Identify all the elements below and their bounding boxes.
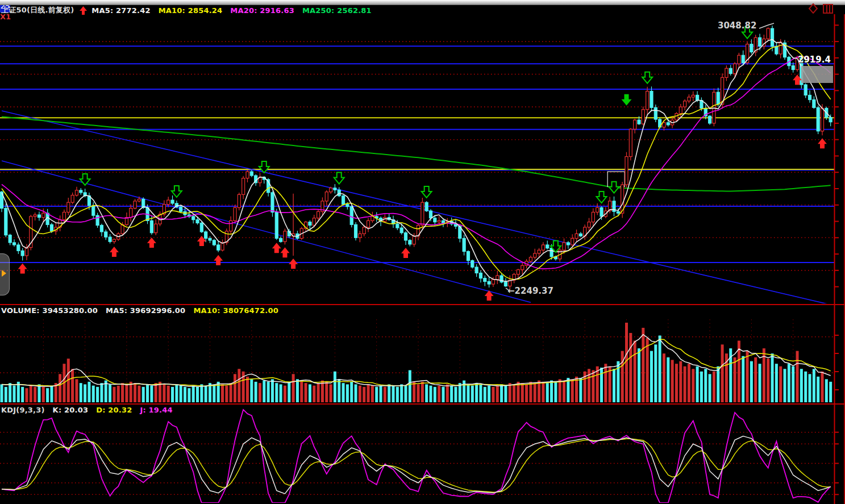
window-layout-icon[interactable] (822, 2, 834, 14)
trading-app-window: 上证50(日线.前复权) MA5: 2772.42 MA10: 2854.24 … (0, 0, 845, 504)
ma10-value: MA10: 2854.24 (159, 6, 223, 15)
low-price-annotation: ←2249.37 (507, 286, 553, 296)
volume-ma10-value: MA10: 38076472.00 (193, 306, 278, 315)
corner-toolbar (807, 2, 834, 14)
kdj-k-value: K: 20.03 (53, 406, 89, 414)
window-top-strip (0, 0, 845, 5)
expand-arrow-icon (2, 270, 6, 277)
kdj-indicator-label: KDJ(9,3,3) (1, 406, 45, 414)
kdj-d-value: D: 20.32 (96, 406, 132, 414)
volume-value: VOLUME: 39453280.00 (1, 306, 98, 315)
sidebar-expand-handle[interactable] (0, 253, 10, 295)
kdj-j-value: J: 19.44 (140, 406, 172, 414)
up-arrow-icon (80, 6, 87, 15)
ma20-value: MA20: 2916.63 (230, 6, 294, 15)
current-price-annotation: 2919.4 (798, 55, 831, 65)
volume-ma5-value: MA5: 39692996.00 (106, 306, 185, 315)
kdj-header: KDJ(9,3,3) K: 20.03 D: 20.32 J: 19.44 (1, 406, 181, 414)
main-chart-header: 上证50(日线.前复权) MA5: 2772.42 MA10: 2854.24 … (1, 5, 380, 15)
ma250-value: MA250: 2562.81 (302, 6, 372, 15)
chart-canvas[interactable] (0, 0, 845, 504)
diamond-icon[interactable] (807, 2, 819, 14)
high-price-annotation: 3048.82 (718, 20, 756, 31)
volume-header: VOLUME: 39453280.00 MA5: 39692996.00 MA1… (1, 306, 286, 315)
symbol-title: 上证50(日线.前复权) (1, 5, 74, 15)
ma5-value: MA5: 2772.42 (91, 6, 150, 15)
